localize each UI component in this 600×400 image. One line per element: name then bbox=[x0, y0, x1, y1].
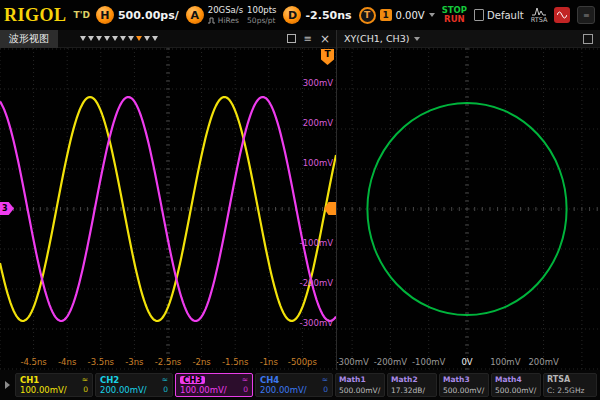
wave-x-label: -500ps bbox=[288, 357, 318, 367]
frame-marker-icon[interactable] bbox=[128, 36, 134, 41]
hamburger-icon[interactable]: ≡ bbox=[304, 34, 312, 44]
channel-scale: 100.00mV/ bbox=[180, 386, 242, 395]
wave-x-label: -1ns bbox=[260, 357, 279, 367]
trigger-frame-marker-icon[interactable] bbox=[136, 36, 142, 41]
xy-x-label: -100mV bbox=[412, 357, 446, 367]
run-stop-control[interactable]: STOP RUN bbox=[442, 6, 467, 25]
rtsa-button[interactable]: RTSA bbox=[531, 7, 548, 24]
xy-axis-ticks bbox=[344, 49, 597, 369]
frame-marker-icon[interactable] bbox=[96, 36, 102, 41]
spectrum-icon bbox=[532, 7, 546, 16]
channel-offset: 0 bbox=[82, 386, 88, 394]
frame-marker-icon[interactable] bbox=[152, 36, 158, 41]
coupling-icon: ≈ bbox=[322, 376, 328, 384]
channel-scale: 100.00mV/ bbox=[20, 386, 82, 395]
xy-x-label: 100mV bbox=[490, 357, 521, 367]
sample-interval: 50ps/pt bbox=[247, 16, 276, 25]
channel-name: CH1 bbox=[20, 376, 82, 385]
trigger-status: T'D bbox=[74, 10, 90, 20]
wave-x-label: -2.5ns bbox=[155, 357, 182, 367]
wave-y-label: -100mV bbox=[300, 238, 334, 248]
trigger-settings[interactable]: T 1 0.00V bbox=[359, 7, 435, 24]
sample-rate: 20GSa/s bbox=[208, 5, 243, 15]
default-label: Default bbox=[487, 10, 524, 21]
frame-marker-icon[interactable] bbox=[144, 36, 150, 41]
delay-value: -2.50ns bbox=[305, 9, 351, 22]
math-name: Math2 bbox=[391, 376, 433, 384]
acquire-knob[interactable]: A bbox=[186, 6, 204, 24]
channel-box-ch2[interactable]: CH2≈200.00mV/0 bbox=[95, 373, 173, 397]
horizontal-knob[interactable]: H bbox=[96, 6, 114, 24]
math-value: 17.32dB/ bbox=[391, 387, 433, 395]
top-toolbar: RIGOL T'D H 500.00ps/ A 20GSa/s HiRes 10… bbox=[0, 0, 600, 30]
expand-icon[interactable] bbox=[583, 34, 593, 44]
waveform-plot: 300mV200mV100mV-100mV-200mV-300mV-4.5ns-… bbox=[0, 48, 336, 370]
hires-icon bbox=[208, 17, 216, 24]
channel-offset: 0 bbox=[242, 386, 248, 394]
close-icon[interactable]: × bbox=[320, 33, 330, 45]
channel-name: CH2 bbox=[100, 376, 162, 385]
xy-x-label: -200mV bbox=[374, 357, 408, 367]
chevron-down-icon[interactable] bbox=[414, 37, 420, 41]
math-status-list: Math1500.00mV/Math217.32dB/Math3500.00mV… bbox=[335, 373, 541, 397]
channel-scale: 200.00mV/ bbox=[260, 386, 322, 395]
xy-plot: -300mV-200mV-100mV0V100mV200mV bbox=[337, 48, 600, 370]
menu-icon: ≡ bbox=[583, 11, 590, 20]
frame-marker-icon[interactable] bbox=[120, 36, 126, 41]
math-box-math1[interactable]: Math1500.00mV/ bbox=[335, 373, 385, 397]
trigger-level-value: 0.00V bbox=[396, 10, 425, 21]
document-icon bbox=[474, 9, 484, 21]
xy-x-label: -300mV bbox=[337, 357, 369, 367]
wave-x-label: -1.5ns bbox=[222, 357, 249, 367]
frame-marker-icon[interactable] bbox=[80, 36, 86, 41]
frame-indicator-strip[interactable] bbox=[80, 36, 158, 41]
channel-name: CH3 bbox=[180, 376, 205, 385]
xy-display[interactable]: -300mV-200mV-100mV0V100mV200mV bbox=[337, 48, 600, 370]
chevron-down-icon[interactable] bbox=[429, 13, 435, 17]
delay-settings[interactable]: D -2.50ns bbox=[283, 6, 351, 24]
expand-arrow-icon[interactable] bbox=[5, 381, 10, 389]
delay-knob[interactable]: D bbox=[283, 6, 301, 24]
rtsa-status-label: RTSA bbox=[547, 376, 593, 384]
math-box-math2[interactable]: Math217.32dB/ bbox=[387, 373, 437, 397]
rtsa-status-box[interactable]: RTSA C: 2.5GHz bbox=[543, 373, 597, 397]
channel-box-ch1[interactable]: CH1≈100.00mV/0 bbox=[15, 373, 93, 397]
xy-panel-header[interactable]: XY(CH1, CH3) bbox=[337, 30, 600, 48]
channel-offset: 0 bbox=[162, 386, 168, 394]
ch3-marker-label: 3 bbox=[2, 204, 8, 213]
coupling-icon: ≈ bbox=[162, 376, 168, 384]
trigger-flag-label: T bbox=[324, 49, 330, 65]
channel-box-ch3[interactable]: CH3≈100.00mV/0 bbox=[175, 373, 253, 397]
menu-button[interactable]: ≡ bbox=[577, 6, 595, 24]
coupling-icon: ≈ bbox=[82, 376, 88, 384]
frame-marker-icon[interactable] bbox=[88, 36, 94, 41]
wave-x-label: -3.5ns bbox=[88, 357, 115, 367]
waveform-display[interactable]: 300mV200mV100mV-100mV-200mV-300mV-4.5ns-… bbox=[0, 48, 336, 370]
horizontal-settings[interactable]: H 500.00ps/ bbox=[96, 6, 179, 24]
tab-waveform-view[interactable]: 波形视图 bbox=[0, 30, 58, 48]
timebase-value: 500.00ps/ bbox=[118, 9, 179, 22]
window-icon[interactable] bbox=[287, 34, 296, 43]
coupling-icon: ≈ bbox=[242, 376, 248, 384]
wave-x-label: -2ns bbox=[192, 357, 211, 367]
math-value: 500.00mV/ bbox=[495, 387, 537, 395]
wave-y-label: 100mV bbox=[303, 158, 334, 168]
frame-marker-icon[interactable] bbox=[112, 36, 118, 41]
math-value: 500.00mV/ bbox=[443, 387, 485, 395]
run-label: RUN bbox=[444, 15, 465, 24]
waveform-icon bbox=[557, 11, 567, 19]
measure-button[interactable] bbox=[554, 7, 570, 23]
channel-box-ch4[interactable]: CH4≈200.00mV/0 bbox=[255, 373, 333, 397]
math-name: Math4 bbox=[495, 376, 537, 384]
default-button[interactable]: Default bbox=[474, 9, 524, 21]
trigger-knob[interactable]: T bbox=[359, 7, 376, 24]
xy-panel-title: XY(CH1, CH3) bbox=[344, 33, 409, 44]
frame-marker-icon[interactable] bbox=[104, 36, 110, 41]
xy-x-label: 200mV bbox=[528, 357, 559, 367]
trigger-source-badge[interactable]: 1 bbox=[380, 9, 392, 21]
math-box-math3[interactable]: Math3500.00mV/ bbox=[439, 373, 489, 397]
wave-x-label: -4ns bbox=[58, 357, 77, 367]
acquire-settings[interactable]: A 20GSa/s HiRes 100pts 50ps/pt bbox=[186, 5, 277, 24]
math-box-math4[interactable]: Math4500.00mV/ bbox=[491, 373, 541, 397]
wave-x-label: -3ns bbox=[125, 357, 144, 367]
